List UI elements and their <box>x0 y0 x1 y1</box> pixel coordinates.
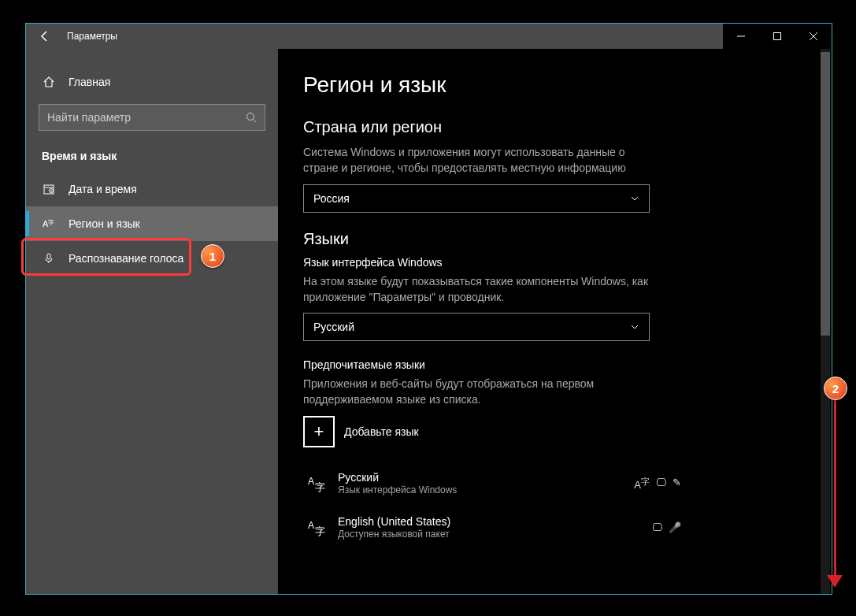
sidebar-item-region-lang[interactable]: A字 Регион и язык <box>26 206 278 241</box>
handwriting-icon: ✎ <box>673 477 681 491</box>
language-item[interactable]: A字 English (United States) Доступен язык… <box>303 506 681 550</box>
ui-lang-value: Русский <box>313 321 630 333</box>
scrollbar-thumb[interactable] <box>821 52 830 336</box>
svg-line-5 <box>254 120 257 123</box>
back-button[interactable] <box>26 30 64 43</box>
maximize-button[interactable] <box>759 24 795 49</box>
sidebar-home-label: Главная <box>69 76 110 88</box>
svg-text:字: 字 <box>48 219 54 226</box>
region-dropdown[interactable]: Россия <box>303 184 650 213</box>
region-value: Россия <box>313 192 630 205</box>
language-glyph-icon: A字 <box>303 473 330 494</box>
svg-text:字: 字 <box>315 481 325 493</box>
microphone-icon <box>42 252 56 265</box>
annotation-arrow-2: 2 <box>824 377 856 588</box>
languages-header: Языки <box>303 230 806 248</box>
svg-rect-13 <box>47 254 50 259</box>
region-desc: Система Windows и приложения могут испол… <box>303 144 650 176</box>
search-input[interactable]: Найти параметр <box>39 104 265 131</box>
search-placeholder: Найти параметр <box>47 111 246 124</box>
calendar-icon <box>42 183 56 195</box>
add-language-label: Добавьте язык <box>344 425 419 438</box>
sidebar-item-date-time[interactable]: Дата и время <box>26 172 278 206</box>
language-feature-icons: 🖵 🎤 <box>652 521 681 533</box>
sidebar-item-label: Регион и язык <box>69 217 140 230</box>
language-glyph-icon: A字 <box>303 518 330 538</box>
chevron-down-icon <box>630 194 639 203</box>
window-title: Параметры <box>67 31 117 42</box>
language-name: Русский <box>338 471 634 485</box>
svg-text:A: A <box>308 520 314 531</box>
sidebar-category: Время и язык <box>26 150 278 172</box>
sidebar-item-label: Дата и время <box>69 183 137 195</box>
search-icon <box>246 112 257 123</box>
language-name: English (United States) <box>338 515 652 529</box>
ui-lang-dropdown[interactable]: Русский <box>303 313 650 341</box>
minimize-button[interactable] <box>723 24 759 49</box>
add-language-button[interactable]: + Добавьте язык <box>303 416 806 447</box>
home-icon <box>42 76 56 88</box>
page-title: Регион и язык <box>303 72 806 98</box>
language-item[interactable]: A字 Русский Язык интерфейса Windows A字 🖵 … <box>303 462 681 506</box>
plus-icon: + <box>303 416 335 447</box>
main-panel: Регион и язык Страна или регион Система … <box>278 49 832 594</box>
close-button[interactable] <box>795 24 832 49</box>
language-status: Язык интерфейса Windows <box>338 484 634 496</box>
text-to-speech-icon: 🖵 <box>656 477 666 491</box>
sidebar: Главная Найти параметр Время и язык Дата… <box>26 49 278 594</box>
titlebar: Параметры <box>26 24 832 49</box>
sidebar-item-label: Распознавание голоса <box>69 252 183 265</box>
svg-rect-1 <box>774 33 781 40</box>
region-header: Страна или регион <box>303 118 806 136</box>
display-lang-icon: A字 <box>634 477 650 491</box>
svg-line-10 <box>51 191 52 192</box>
svg-point-4 <box>247 113 254 121</box>
svg-text:字: 字 <box>315 525 325 537</box>
pref-desc: Приложения и веб-сайты будут отображатьс… <box>303 376 650 408</box>
speech-icon: 🎤 <box>669 521 681 533</box>
language-status: Доступен языковой пакет <box>338 529 652 540</box>
ui-lang-label: Язык интерфейса Windows <box>303 256 806 269</box>
sidebar-home[interactable]: Главная <box>26 65 278 99</box>
language-feature-icons: A字 🖵 ✎ <box>634 477 681 491</box>
pref-header: Предпочитаемые языки <box>303 358 806 371</box>
sidebar-item-speech[interactable]: Распознавание голоса <box>26 241 278 276</box>
language-icon: A字 <box>42 217 56 230</box>
annotation-badge-1: 1 <box>201 244 224 268</box>
text-to-speech-icon: 🖵 <box>652 521 662 533</box>
ui-lang-desc: На этом языке будут показываться такие к… <box>303 273 650 306</box>
svg-text:A: A <box>308 476 314 487</box>
chevron-down-icon <box>630 322 639 332</box>
annotation-badge-2: 2 <box>824 377 847 400</box>
settings-window: Параметры Главная Найти параметр Время и… <box>25 23 832 595</box>
